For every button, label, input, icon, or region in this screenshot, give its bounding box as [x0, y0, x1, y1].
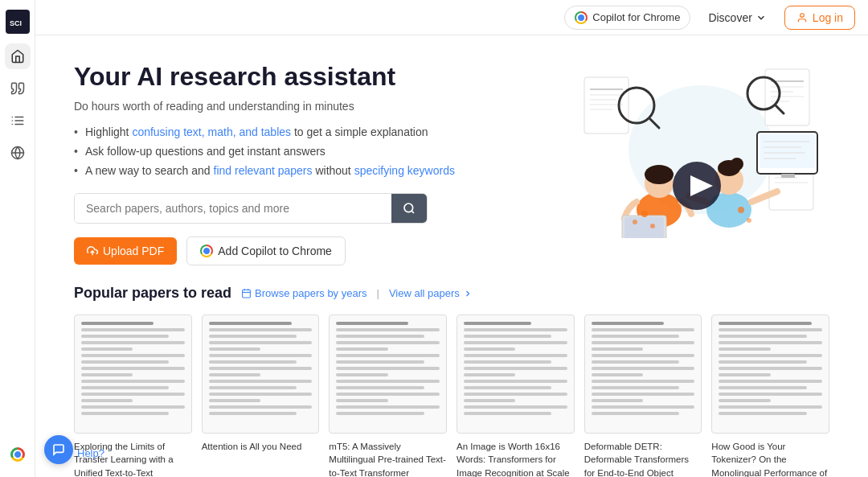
bullet-1-text: Highlight confusing text, math, and tabl…: [85, 125, 428, 138]
copilot-chrome-nav-btn[interactable]: Copilot for Chrome: [564, 6, 690, 30]
hero-title: Your AI research assistant: [74, 61, 556, 92]
sidebar-translate-btn[interactable]: [5, 140, 31, 166]
svg-rect-49: [624, 217, 664, 238]
paper-thumbnail: [74, 315, 192, 434]
hero-section: Your AI research assistant Do hours wort…: [35, 35, 868, 285]
paper-card[interactable]: How Good is Your Tokenizer? On the Monol…: [711, 315, 829, 477]
svg-point-58: [633, 220, 637, 224]
main-content: Your AI research assistant Do hours wort…: [35, 35, 868, 477]
search-bar: [74, 193, 428, 224]
paper-thumbnail: [711, 315, 829, 434]
paper-title: An Image is Worth 16x16 Words: Transform…: [457, 440, 575, 477]
paper-card[interactable]: An Image is Worth 16x16 Words: Transform…: [457, 315, 575, 477]
hero-subtitle: Do hours worth of reading and understand…: [74, 100, 556, 113]
login-btn[interactable]: Log in: [784, 6, 855, 30]
svg-point-11: [404, 204, 413, 212]
papers-section-title: Popular papers to read: [74, 285, 231, 302]
paper-card[interactable]: Attention is All you Need: [202, 315, 320, 477]
search-input[interactable]: [75, 194, 391, 223]
user-icon: [796, 12, 808, 23]
bullet-1: Highlight confusing text, math, and tabl…: [74, 125, 556, 138]
bullet-3-text: A new way to search and find relevant pa…: [85, 164, 455, 177]
sidebar-chrome-btn[interactable]: [5, 442, 31, 467]
upload-pdf-label: Upload PDF: [103, 245, 164, 257]
sidebar-quote-btn[interactable]: [5, 76, 31, 101]
svg-rect-15: [584, 77, 628, 134]
browse-papers-label: Browse papers by years: [255, 287, 366, 299]
divider: |: [377, 287, 379, 299]
svg-point-57: [650, 224, 655, 228]
sidebar: SCI: [0, 0, 35, 477]
chrome-icon: [10, 447, 25, 462]
hero-bullets: Highlight confusing text, math, and tabl…: [74, 125, 556, 177]
svg-rect-63: [243, 290, 251, 298]
bullet-2-text: Ask follow-up questions and get instant …: [85, 145, 326, 158]
discover-label: Discover: [708, 11, 751, 24]
svg-rect-37: [760, 134, 815, 168]
svg-point-10: [800, 13, 805, 17]
bullet-2: Ask follow-up questions and get instant …: [74, 145, 556, 158]
view-all-papers-link[interactable]: View all papers: [389, 287, 473, 299]
paper-thumbnail: [329, 315, 447, 434]
hero-illustration: [572, 61, 829, 238]
hero-left: Your AI research assistant Do hours wort…: [74, 61, 556, 265]
sidebar-list-btn[interactable]: [5, 108, 31, 134]
arrow-right-icon: [463, 289, 473, 298]
svg-rect-21: [765, 69, 809, 125]
copilot-chrome-nav-label: Copilot for Chrome: [592, 11, 680, 23]
search-icon: [403, 202, 416, 215]
chrome-copilot-icon: [200, 245, 213, 257]
svg-point-47: [645, 165, 674, 184]
svg-point-60: [747, 218, 751, 223]
calendar-icon: [241, 288, 252, 298]
chrome-nav-icon: [575, 11, 588, 24]
view-all-label: View all papers: [389, 287, 460, 299]
sidebar-logo[interactable]: SCI: [6, 10, 30, 34]
paper-thumbnail: [584, 315, 702, 434]
illustration-svg: [572, 61, 829, 238]
top-nav: Copilot for Chrome Discover Log in: [35, 0, 868, 35]
paper-thumbnail: [457, 315, 575, 434]
svg-text:SCI: SCI: [10, 19, 22, 27]
paper-thumbnail: [202, 315, 320, 434]
paper-title: mT5: A Massively Multilingual Pre-traine…: [329, 440, 447, 477]
sidebar-home-btn[interactable]: [5, 43, 31, 69]
add-copilot-btn[interactable]: Add Copilot to Chrome: [186, 236, 346, 265]
paper-card[interactable]: Deformable DETR: Deformable Transformers…: [584, 315, 702, 477]
paper-title: Attention is All you Need: [202, 440, 320, 453]
help-label[interactable]: Help?: [77, 447, 104, 459]
svg-line-12: [411, 211, 414, 213]
upload-icon: [87, 245, 98, 257]
chat-bubble-btn[interactable]: [44, 435, 73, 464]
chat-icon: [52, 443, 65, 456]
svg-point-59: [738, 207, 744, 213]
svg-rect-39: [781, 174, 795, 178]
svg-point-55: [731, 158, 743, 171]
search-button[interactable]: [391, 194, 427, 223]
paper-title: How Good is Your Tokenizer? On the Monol…: [711, 440, 829, 477]
paper-card[interactable]: mT5: A Massively Multilingual Pre-traine…: [329, 315, 447, 477]
upload-pdf-btn[interactable]: Upload PDF: [74, 237, 177, 265]
papers-grid: Exploring the Limits of Transfer Learnin…: [74, 315, 829, 477]
browse-papers-link[interactable]: Browse papers by years: [241, 287, 366, 299]
papers-section: Popular papers to read Browse papers by …: [35, 285, 868, 477]
login-label: Log in: [813, 11, 843, 24]
add-copilot-label: Add Copilot to Chrome: [218, 245, 332, 257]
paper-title: Deformable DETR: Deformable Transformers…: [584, 440, 702, 477]
bullet-3: A new way to search and find relevant pa…: [74, 164, 556, 177]
svg-point-56: [641, 211, 648, 217]
chevron-down-icon: [755, 12, 767, 23]
discover-btn[interactable]: Discover: [698, 6, 776, 29]
hero-actions: Upload PDF Add Copilot to Chrome: [74, 236, 556, 265]
papers-header: Popular papers to read Browse papers by …: [74, 285, 829, 302]
